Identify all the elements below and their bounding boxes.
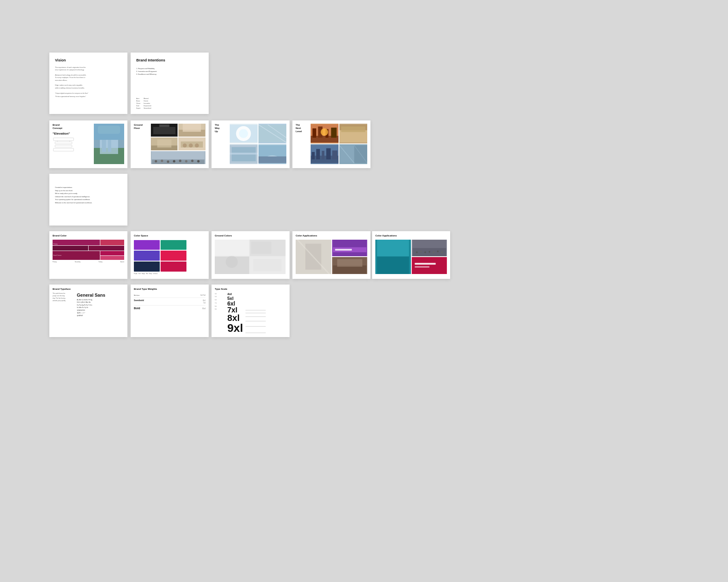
brand-typeface-body-text: The quick brown foxjumps over the lazydo… — [53, 293, 75, 333]
slide-brand-concept: BrandConcept "Elevation" — [49, 120, 127, 168]
svg-rect-91 — [377, 240, 409, 257]
color-apps-2-photos — [375, 240, 447, 274]
svg-point-31 — [161, 160, 163, 162]
svg-rect-72 — [215, 240, 249, 256]
slide-color-applications-1: Color Applications — [292, 231, 370, 279]
color-apps-1-title: Color Applications — [296, 234, 367, 238]
svg-point-37 — [197, 160, 199, 162]
svg-point-94 — [416, 251, 417, 253]
slide-brand-typeface: Brand Typeface The quick brown foxjumps … — [49, 285, 127, 337]
brand-intentions-table: AuraBraveCleverDualExpert MinimalHonestI… — [136, 98, 203, 110]
svg-rect-59 — [341, 127, 366, 132]
svg-point-56 — [321, 129, 328, 136]
brand-concept-title: BrandConcept — [53, 124, 91, 130]
large-text-content: Created at expectations. Step up to the … — [55, 186, 122, 205]
svg-point-26 — [195, 143, 199, 148]
svg-point-40 — [239, 129, 248, 138]
type-scale-title: Type Scale — [215, 288, 286, 291]
main-canvas: Vision The experience of work originates… — [0, 0, 728, 582]
brand-concept-subtitle: "Elevation" — [53, 132, 91, 136]
ground-floor-title: Ground Floor — [134, 124, 149, 130]
svg-point-25 — [189, 143, 193, 148]
svg-rect-1 — [55, 142, 72, 144]
color-space-swatches — [134, 240, 186, 272]
slide-type-scale: Type Scale 4xl5xl6xl7xl8xl9xl 4xl 5xl 6x… — [212, 285, 290, 337]
the-next-level-title: TheNextLevel — [296, 124, 309, 133]
svg-rect-15 — [159, 124, 169, 127]
svg-rect-77 — [251, 242, 271, 254]
color-space-labels: Purple Teal Indigo Red Navy Crimson — [134, 273, 205, 274]
slide-large-text: Created at expectations. Step up to the … — [49, 174, 127, 226]
svg-rect-101 — [413, 257, 446, 274]
svg-rect-79 — [253, 259, 281, 271]
brand-concept-photo — [94, 124, 124, 164]
slide-brand-color: Brand Color Primary Brand Crimson — [49, 231, 127, 279]
brand-intentions-items: 1. Respect and Reliability 2. Innovation… — [136, 67, 203, 76]
color-space-title: Color Space — [134, 234, 205, 238]
slide-the-next-level: TheNextLevel — [292, 120, 370, 168]
svg-rect-3 — [53, 148, 74, 151]
slide-color-applications-2: Color Applications — [372, 231, 450, 279]
ground-colors-photos — [215, 240, 286, 274]
brand-concept-diagram — [53, 137, 91, 155]
svg-rect-29 — [152, 151, 204, 160]
color-apps-2-title: Color Applications — [375, 234, 447, 238]
svg-point-32 — [167, 160, 169, 163]
svg-rect-63 — [316, 149, 320, 160]
the-way-up-title: TheWayUp — [215, 124, 228, 133]
brand-typeface-title: Brand Typeface — [53, 288, 124, 291]
brand-typeface-alphabet: General Sans Aa Bb Cc Dd Ee Ff Gg Hh Ii … — [77, 293, 124, 333]
vision-quote1: "Unique digital ecosystems for everyone … — [55, 93, 122, 94]
svg-rect-12 — [98, 126, 120, 134]
svg-point-36 — [191, 160, 193, 162]
svg-point-35 — [185, 160, 187, 162]
brand-intentions-title: Brand Intentions — [136, 58, 203, 63]
brand-type-weights-title: Brand Type Weights — [134, 288, 205, 291]
svg-point-78 — [226, 256, 238, 268]
slide-ground-colors: Ground Colors — [212, 231, 290, 279]
svg-rect-55 — [331, 128, 337, 138]
svg-rect-88 — [337, 259, 362, 267]
svg-rect-21 — [157, 139, 171, 148]
brand-color-title: Brand Color — [53, 234, 124, 238]
svg-point-95 — [420, 251, 421, 252]
vision-quote2: "Perfect organizational harmony, never f… — [55, 96, 122, 97]
svg-rect-49 — [258, 156, 286, 163]
svg-rect-14 — [153, 127, 176, 134]
color-apps-1-photos — [296, 240, 367, 274]
svg-point-99 — [437, 251, 438, 252]
svg-rect-66 — [332, 150, 337, 159]
svg-point-100 — [441, 251, 442, 253]
svg-point-24 — [183, 143, 187, 148]
vision-title: Vision — [55, 58, 122, 63]
slide-brand-type-weights: Brand Type Weights Medium 4xl 5xl Semibo… — [131, 285, 209, 337]
slide-brand-intentions: Brand Intentions 1. Respect and Reliabil… — [131, 53, 209, 114]
the-way-up-photos — [230, 124, 286, 164]
svg-point-97 — [428, 251, 430, 253]
svg-rect-64 — [322, 151, 324, 159]
the-next-level-photos — [311, 124, 367, 164]
brand-color-labels: PrimarySecondaryTertiaryAccent — [53, 261, 124, 263]
brand-type-weights-content: Medium 4xl 5xl Semibold 6xl 7xl Bold 8xl — [134, 294, 205, 310]
svg-point-96 — [424, 251, 426, 253]
brand-color-swatches: Primary Brand Crimson — [53, 240, 124, 260]
ground-colors-title: Ground Colors — [215, 234, 286, 238]
ground-floor-photos — [151, 124, 205, 164]
svg-rect-103 — [415, 266, 429, 268]
svg-rect-2 — [55, 145, 72, 147]
svg-rect-0 — [53, 138, 74, 141]
svg-rect-65 — [326, 148, 331, 160]
svg-rect-52 — [313, 129, 316, 138]
svg-rect-18 — [183, 124, 201, 132]
svg-point-34 — [179, 160, 181, 162]
svg-point-33 — [173, 160, 175, 162]
type-scale-content: 4xl5xl6xl7xl8xl9xl 4xl 5xl 6xl 7xl 8xl 9… — [215, 293, 286, 334]
vision-body: The experience of work originates from t… — [55, 66, 122, 90]
svg-rect-85 — [335, 249, 352, 251]
svg-point-98 — [433, 251, 434, 253]
svg-rect-62 — [312, 152, 315, 159]
svg-rect-47 — [230, 153, 258, 155]
slide-the-way-up: TheWayUp — [212, 120, 290, 168]
slide-vision: Vision The experience of work originates… — [49, 53, 127, 114]
svg-rect-102 — [415, 263, 436, 265]
